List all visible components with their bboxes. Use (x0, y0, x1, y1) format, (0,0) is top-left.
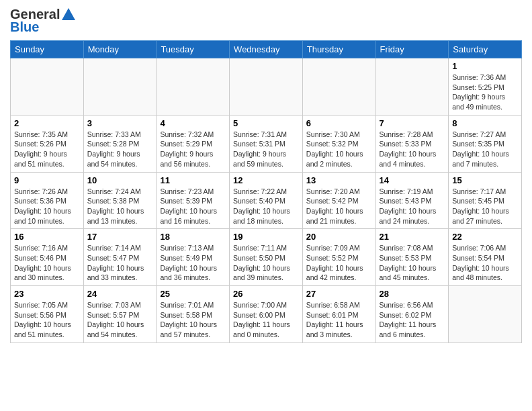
day-info: Sunrise: 7:26 AM Sunset: 5:36 PM Dayligh… (14, 187, 80, 226)
day-number: 4 (160, 118, 226, 128)
col-monday: Monday (83, 41, 157, 58)
table-row: 24Sunrise: 7:03 AM Sunset: 5:57 PM Dayli… (83, 286, 157, 343)
day-info: Sunrise: 7:09 AM Sunset: 5:52 PM Dayligh… (306, 243, 372, 283)
day-number: 6 (306, 118, 372, 128)
table-row: 5Sunrise: 7:31 AM Sunset: 5:31 PM Daylig… (230, 115, 303, 172)
day-info: Sunrise: 7:19 AM Sunset: 5:43 PM Dayligh… (380, 187, 445, 226)
day-number: 3 (87, 118, 153, 128)
day-number: 1 (452, 61, 518, 71)
day-number: 20 (306, 232, 372, 242)
day-info: Sunrise: 7:00 AM Sunset: 6:00 PM Dayligh… (233, 300, 299, 340)
day-number: 13 (306, 175, 372, 185)
table-row (375, 58, 449, 116)
day-info: Sunrise: 7:01 AM Sunset: 5:58 PM Dayligh… (160, 300, 226, 340)
table-row: 22Sunrise: 7:06 AM Sunset: 5:54 PM Dayli… (449, 229, 522, 286)
day-info: Sunrise: 7:06 AM Sunset: 5:54 PM Dayligh… (452, 243, 518, 283)
day-info: Sunrise: 7:32 AM Sunset: 5:29 PM Dayligh… (160, 130, 226, 169)
col-thursday: Thursday (302, 41, 375, 58)
day-info: Sunrise: 7:36 AM Sunset: 5:25 PM Dayligh… (452, 73, 518, 112)
day-info: Sunrise: 7:33 AM Sunset: 5:28 PM Dayligh… (87, 130, 153, 169)
col-wednesday: Wednesday (230, 41, 303, 58)
table-row: 13Sunrise: 7:20 AM Sunset: 5:42 PM Dayli… (302, 172, 375, 229)
table-row (11, 58, 84, 116)
day-number: 7 (380, 118, 445, 128)
col-tuesday: Tuesday (157, 41, 230, 58)
day-info: Sunrise: 7:30 AM Sunset: 5:32 PM Dayligh… (306, 130, 372, 169)
page-container: General Blue Sunday Monday Tuesday Wedne… (0, 0, 532, 350)
calendar-body: 1Sunrise: 7:36 AM Sunset: 5:25 PM Daylig… (11, 58, 522, 343)
day-info: Sunrise: 7:24 AM Sunset: 5:38 PM Dayligh… (87, 187, 153, 226)
table-row: 3Sunrise: 7:33 AM Sunset: 5:28 PM Daylig… (83, 115, 157, 172)
table-row: 23Sunrise: 7:05 AM Sunset: 5:56 PM Dayli… (11, 286, 84, 343)
day-info: Sunrise: 7:22 AM Sunset: 5:40 PM Dayligh… (233, 187, 299, 226)
day-number: 14 (380, 175, 445, 185)
table-row: 2Sunrise: 7:35 AM Sunset: 5:26 PM Daylig… (11, 115, 84, 172)
calendar-week-row: 16Sunrise: 7:16 AM Sunset: 5:46 PM Dayli… (11, 229, 522, 286)
table-row: 4Sunrise: 7:32 AM Sunset: 5:29 PM Daylig… (157, 115, 230, 172)
table-row: 9Sunrise: 7:26 AM Sunset: 5:36 PM Daylig… (11, 172, 84, 229)
table-row: 11Sunrise: 7:23 AM Sunset: 5:39 PM Dayli… (157, 172, 230, 229)
day-number: 19 (233, 232, 299, 242)
day-number: 15 (452, 175, 518, 185)
day-number: 24 (87, 289, 153, 299)
calendar-week-row: 1Sunrise: 7:36 AM Sunset: 5:25 PM Daylig… (11, 58, 522, 116)
day-number: 27 (306, 289, 372, 299)
calendar-week-row: 9Sunrise: 7:26 AM Sunset: 5:36 PM Daylig… (11, 172, 522, 229)
table-row: 7Sunrise: 7:28 AM Sunset: 5:33 PM Daylig… (375, 115, 449, 172)
table-row (83, 58, 157, 116)
day-number: 17 (87, 232, 153, 242)
table-row: 28Sunrise: 6:56 AM Sunset: 6:02 PM Dayli… (375, 286, 449, 343)
calendar-header-row: Sunday Monday Tuesday Wednesday Thursday… (11, 41, 522, 58)
day-number: 21 (380, 232, 445, 242)
table-row (302, 58, 375, 116)
day-info: Sunrise: 7:35 AM Sunset: 5:26 PM Dayligh… (14, 130, 80, 169)
logo: General Blue (10, 7, 76, 35)
calendar-week-row: 23Sunrise: 7:05 AM Sunset: 5:56 PM Dayli… (11, 286, 522, 343)
day-number: 28 (380, 289, 445, 299)
day-info: Sunrise: 7:28 AM Sunset: 5:33 PM Dayligh… (380, 130, 445, 169)
table-row: 17Sunrise: 7:14 AM Sunset: 5:47 PM Dayli… (83, 229, 157, 286)
day-number: 5 (233, 118, 299, 128)
day-info: Sunrise: 7:17 AM Sunset: 5:45 PM Dayligh… (452, 187, 518, 226)
table-row (157, 58, 230, 116)
day-number: 2 (14, 118, 80, 128)
day-info: Sunrise: 7:31 AM Sunset: 5:31 PM Dayligh… (233, 130, 299, 169)
day-info: Sunrise: 7:23 AM Sunset: 5:39 PM Dayligh… (160, 187, 226, 226)
day-number: 8 (452, 118, 518, 128)
day-number: 12 (233, 175, 299, 185)
day-number: 25 (160, 289, 226, 299)
day-info: Sunrise: 7:27 AM Sunset: 5:35 PM Dayligh… (452, 130, 518, 169)
day-info: Sunrise: 7:14 AM Sunset: 5:47 PM Dayligh… (87, 243, 153, 283)
table-row: 6Sunrise: 7:30 AM Sunset: 5:32 PM Daylig… (302, 115, 375, 172)
table-row (449, 286, 522, 343)
day-number: 9 (14, 175, 80, 185)
day-info: Sunrise: 7:16 AM Sunset: 5:46 PM Dayligh… (14, 243, 80, 283)
table-row: 26Sunrise: 7:00 AM Sunset: 6:00 PM Dayli… (230, 286, 303, 343)
logo-content: General Blue (10, 7, 76, 35)
calendar-week-row: 2Sunrise: 7:35 AM Sunset: 5:26 PM Daylig… (11, 115, 522, 172)
table-row: 27Sunrise: 6:58 AM Sunset: 6:01 PM Dayli… (302, 286, 375, 343)
day-number: 16 (14, 232, 80, 242)
day-info: Sunrise: 6:56 AM Sunset: 6:02 PM Dayligh… (380, 300, 445, 340)
table-row: 1Sunrise: 7:36 AM Sunset: 5:25 PM Daylig… (449, 58, 522, 116)
table-row (230, 58, 303, 116)
day-info: Sunrise: 6:58 AM Sunset: 6:01 PM Dayligh… (306, 300, 372, 340)
table-row: 15Sunrise: 7:17 AM Sunset: 5:45 PM Dayli… (449, 172, 522, 229)
day-number: 10 (87, 175, 153, 185)
table-row: 19Sunrise: 7:11 AM Sunset: 5:50 PM Dayli… (230, 229, 303, 286)
day-number: 22 (452, 232, 518, 242)
table-row: 16Sunrise: 7:16 AM Sunset: 5:46 PM Dayli… (11, 229, 84, 286)
table-row: 8Sunrise: 7:27 AM Sunset: 5:35 PM Daylig… (449, 115, 522, 172)
day-number: 11 (160, 175, 226, 185)
day-info: Sunrise: 7:20 AM Sunset: 5:42 PM Dayligh… (306, 187, 372, 226)
table-row: 21Sunrise: 7:08 AM Sunset: 5:53 PM Dayli… (375, 229, 449, 286)
day-number: 26 (233, 289, 299, 299)
day-info: Sunrise: 7:08 AM Sunset: 5:53 PM Dayligh… (380, 243, 445, 283)
day-info: Sunrise: 7:13 AM Sunset: 5:49 PM Dayligh… (160, 243, 226, 283)
col-friday: Friday (375, 41, 449, 58)
calendar-table: Sunday Monday Tuesday Wednesday Thursday… (10, 40, 522, 343)
table-row: 18Sunrise: 7:13 AM Sunset: 5:49 PM Dayli… (157, 229, 230, 286)
day-info: Sunrise: 7:11 AM Sunset: 5:50 PM Dayligh… (233, 243, 299, 283)
day-number: 23 (14, 289, 80, 299)
table-row: 14Sunrise: 7:19 AM Sunset: 5:43 PM Dayli… (375, 172, 449, 229)
